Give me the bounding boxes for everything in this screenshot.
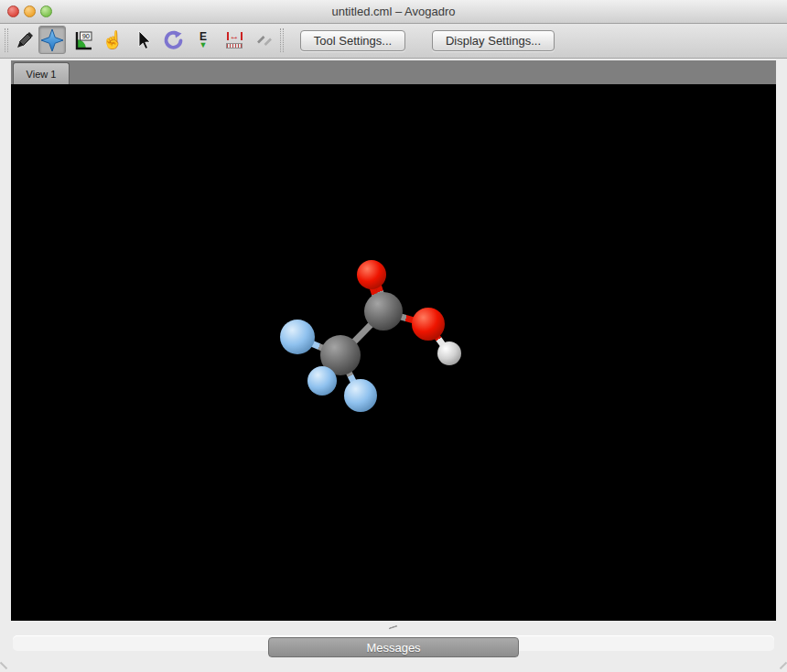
viewport[interactable] bbox=[11, 84, 776, 621]
splitter-handle[interactable] bbox=[388, 625, 398, 634]
display-settings-button[interactable]: Display Settings... bbox=[432, 30, 555, 51]
draw-tool-button[interactable] bbox=[11, 26, 38, 54]
window-title: untitled.cml – Avogadro bbox=[0, 0, 787, 23]
atom-O[interactable] bbox=[412, 308, 445, 341]
manipulate-tool-button[interactable]: ☝ bbox=[99, 26, 126, 54]
select-tool-button[interactable] bbox=[129, 26, 156, 54]
measure-tool-button[interactable]: 90 bbox=[69, 26, 96, 54]
bond-centric-tool-button[interactable] bbox=[251, 26, 278, 54]
pencil-icon bbox=[14, 29, 36, 51]
toolbar-drag-handle[interactable] bbox=[5, 28, 8, 52]
align-ruler-icon: ↔ bbox=[226, 31, 243, 49]
hand-icon: ☝ bbox=[102, 31, 124, 49]
toolbar: 90 ☝ E ▼ ↔ bbox=[0, 24, 787, 59]
bond-ticks-icon bbox=[253, 29, 275, 51]
atom-C[interactable] bbox=[364, 292, 403, 331]
toolbar-separator bbox=[280, 28, 284, 52]
avogadro-window: untitled.cml – Avogadro bbox=[0, 0, 787, 672]
svg-text:90: 90 bbox=[82, 32, 90, 40]
atom-F[interactable] bbox=[280, 320, 315, 354]
measure-angle-icon: 90 bbox=[71, 29, 93, 51]
align-tool-button[interactable]: ↔ bbox=[221, 26, 248, 54]
messages-button[interactable]: Messages bbox=[268, 637, 519, 657]
tool-settings-button[interactable]: Tool Settings... bbox=[300, 30, 405, 51]
atom-O[interactable] bbox=[357, 260, 386, 289]
energy-down-icon: E ▼ bbox=[199, 31, 208, 49]
cursor-arrow-icon bbox=[132, 29, 154, 51]
auto-optimize-tool-button[interactable]: E ▼ bbox=[189, 26, 217, 54]
ruler-icon bbox=[226, 43, 243, 49]
navigate-tool-button[interactable] bbox=[38, 26, 66, 54]
title-bar: untitled.cml – Avogadro bbox=[0, 0, 787, 24]
atom-F[interactable] bbox=[307, 366, 337, 396]
rotate-arrow-icon bbox=[162, 29, 184, 51]
navigate-star-icon bbox=[40, 28, 64, 52]
tab-view-1[interactable]: View 1 bbox=[13, 62, 70, 84]
atom-F[interactable] bbox=[344, 379, 377, 412]
resize-grip-right[interactable] bbox=[780, 662, 787, 669]
resize-grip-left[interactable] bbox=[0, 662, 7, 669]
auto-rotate-tool-button[interactable] bbox=[159, 26, 187, 54]
view-tab-bar: View 1 bbox=[11, 60, 776, 85]
atom-H[interactable] bbox=[437, 341, 461, 365]
